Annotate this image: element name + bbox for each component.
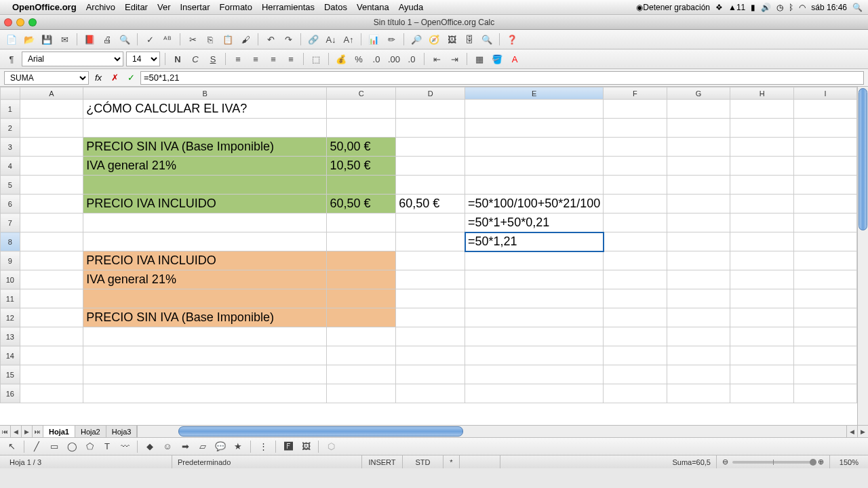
horizontal-scrollbar[interactable] (137, 426, 846, 437)
cell-B11[interactable] (83, 289, 327, 308)
print-button[interactable]: 🖨 (100, 32, 115, 47)
email-button[interactable]: ✉ (57, 32, 72, 47)
cell-B12[interactable]: PRECIO SIN IVA (Base Imponible) (83, 308, 327, 327)
paste-button[interactable]: 📋 (220, 32, 235, 47)
cell[interactable] (83, 327, 327, 346)
cell-C10[interactable] (327, 270, 396, 289)
cell[interactable] (730, 270, 794, 289)
row-header-8[interactable]: 8 (1, 232, 20, 251)
new-doc-button[interactable]: 📄 (4, 32, 19, 47)
cell[interactable] (730, 232, 794, 251)
wifi-icon[interactable]: ◠ (799, 3, 806, 12)
row-header-16[interactable]: 16 (1, 384, 20, 403)
zoom-percent[interactable]: 150% (830, 455, 864, 468)
function-wizard-button[interactable]: fx (92, 71, 105, 85)
curve-tool-button[interactable]: 〰 (117, 439, 132, 454)
cell[interactable] (465, 138, 604, 157)
cell[interactable] (396, 232, 465, 251)
battery-icon[interactable]: ▮ (751, 3, 755, 12)
cell[interactable] (20, 176, 83, 195)
menu-herramientas[interactable]: Herramientas (262, 2, 315, 12)
cell[interactable] (604, 100, 667, 119)
redo-button[interactable]: ↷ (281, 32, 296, 47)
cell[interactable] (465, 100, 604, 119)
underline-button[interactable]: S (205, 52, 220, 66)
zoom-button-tb[interactable]: 🔍 (479, 32, 494, 47)
row-header-7[interactable]: 7 (1, 214, 20, 232)
row-header-2[interactable]: 2 (1, 119, 20, 138)
fontcolor-button[interactable]: A (507, 52, 522, 66)
tab-prev-button[interactable]: ◀ (11, 426, 22, 437)
cell[interactable] (465, 308, 604, 327)
menu-insertar[interactable]: Insertar (180, 2, 210, 12)
gallery-button[interactable]: 🖼 (444, 32, 459, 47)
cell[interactable] (794, 195, 857, 214)
cell[interactable] (604, 270, 667, 289)
align-left-button[interactable]: ≡ (231, 52, 245, 66)
cell[interactable] (730, 119, 794, 138)
cell[interactable] (396, 308, 465, 327)
cell-B5[interactable] (83, 176, 327, 195)
del-decimal-button[interactable]: .0 (404, 52, 419, 66)
cell[interactable] (667, 365, 730, 384)
cell[interactable] (794, 176, 857, 195)
align-right-button[interactable]: ≡ (266, 52, 281, 66)
ellipse-tool-button[interactable]: ◯ (64, 439, 79, 454)
cell[interactable] (730, 365, 794, 384)
undo-button[interactable]: ↶ (263, 32, 278, 47)
sync-icon[interactable]: ❖ (715, 3, 723, 12)
col-header-C[interactable]: C (327, 87, 396, 100)
clock-text[interactable]: sáb 16:46 (811, 3, 847, 12)
cell[interactable] (667, 214, 730, 232)
cell-B10[interactable]: IVA general 21% (83, 270, 327, 289)
cell[interactable] (794, 289, 857, 308)
help-button[interactable]: ❓ (505, 32, 519, 47)
cell[interactable] (794, 365, 857, 384)
sheet-tab-hoja1[interactable]: Hoja1 (43, 426, 75, 437)
autospell-button[interactable]: ᴬᴮ (160, 32, 175, 47)
pdf-button[interactable]: 📕 (82, 32, 97, 47)
col-header-G[interactable]: G (667, 87, 730, 100)
row-header-6[interactable]: 6 (1, 195, 20, 214)
spotlight-icon[interactable]: 🔍 (852, 3, 863, 12)
cell[interactable] (327, 214, 396, 232)
cell[interactable] (327, 119, 396, 138)
sum-status[interactable]: Suma=60,5 (500, 455, 717, 468)
cell-C12[interactable] (327, 308, 396, 327)
cell-E7[interactable]: =50*1+50*0,21 (465, 214, 604, 232)
tab-first-button[interactable]: ⏮ (0, 426, 11, 437)
cell[interactable] (20, 138, 83, 157)
cell[interactable] (794, 270, 857, 289)
cell[interactable] (667, 157, 730, 176)
cell[interactable] (396, 346, 465, 365)
format-paint-button[interactable]: 🖌 (238, 32, 253, 47)
cell[interactable] (794, 346, 857, 365)
cell[interactable] (794, 327, 857, 346)
bgcolor-button[interactable]: 🪣 (490, 52, 505, 66)
cell[interactable] (667, 119, 730, 138)
col-header-B[interactable]: B (83, 87, 327, 100)
cell[interactable] (327, 232, 396, 251)
formula-input[interactable] (140, 71, 864, 85)
cell-C3[interactable]: 50,00 € (327, 138, 396, 157)
menu-editar[interactable]: Editar (125, 2, 148, 12)
cell[interactable] (20, 157, 83, 176)
copy-button[interactable]: ⎘ (203, 32, 218, 47)
extrusion-button[interactable]: ⬡ (323, 439, 338, 454)
cell[interactable] (667, 289, 730, 308)
cell[interactable] (465, 157, 604, 176)
cell[interactable] (794, 157, 857, 176)
justify-button[interactable]: ≡ (283, 52, 298, 66)
cell-C4[interactable]: 10,50 € (327, 157, 396, 176)
cell-C9[interactable] (327, 251, 396, 270)
cell[interactable] (396, 138, 465, 157)
cell[interactable] (327, 327, 396, 346)
line-tool-button[interactable]: ╱ (29, 439, 44, 454)
close-button[interactable] (4, 18, 12, 26)
cell[interactable] (730, 138, 794, 157)
bluetooth-icon[interactable]: ᛒ (789, 3, 793, 12)
cell[interactable] (794, 119, 857, 138)
cell-E6[interactable]: =50*100/100+50*21/100 (465, 195, 604, 214)
polygon-tool-button[interactable]: ⬠ (82, 439, 97, 454)
cell[interactable] (604, 195, 667, 214)
